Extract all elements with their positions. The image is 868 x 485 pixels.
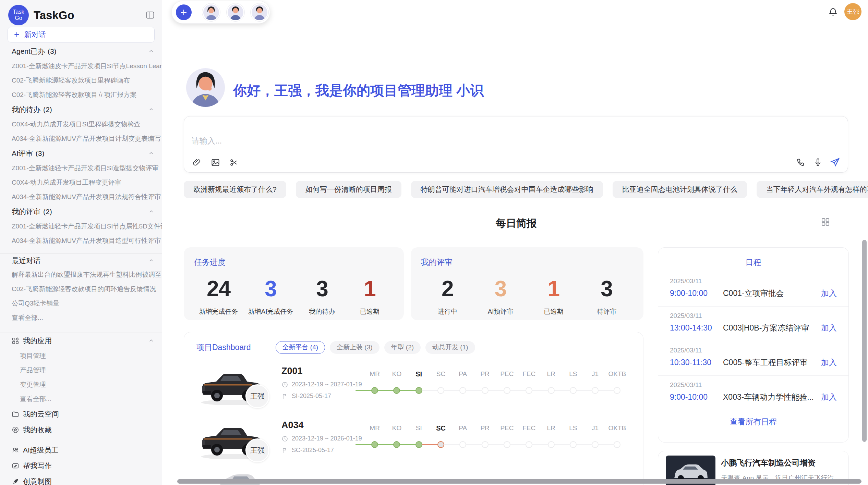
chevron-up-icon[interactable] <box>148 209 154 215</box>
app-item-product-mgmt[interactable]: 产品管理 <box>0 363 162 377</box>
sidebar-item-ai-employee[interactable]: AI超级员工 <box>0 442 162 458</box>
send-icon[interactable] <box>830 157 840 167</box>
task-item[interactable]: C02-飞腾新能源轻客改款项目里程碑画布 <box>0 73 162 88</box>
stat-label: 新增完成任务 <box>199 307 238 316</box>
image-icon[interactable] <box>210 157 220 167</box>
add-agent-button[interactable] <box>176 4 192 20</box>
agent-avatar[interactable] <box>251 3 268 21</box>
microphone-icon[interactable] <box>813 157 823 167</box>
filter-powertrain[interactable]: 动总开发 (1) <box>425 341 475 354</box>
event-time: 10:30-11:30 <box>670 358 723 367</box>
section-my-review[interactable]: 我的评审 (2) <box>0 204 162 219</box>
app-item-view-all[interactable]: 查看全部... <box>0 392 162 406</box>
milestone: KO <box>386 362 408 394</box>
filter-model-year[interactable]: 年型 (2) <box>384 341 421 354</box>
chevron-up-icon[interactable] <box>148 150 154 157</box>
app-item-change-mgmt[interactable]: 变更管理 <box>0 377 162 392</box>
suggestion-chip[interactable]: 当下年轻人对汽车外观有怎样的喜好趋势 <box>757 181 868 198</box>
filter-new-platform[interactable]: 全新平台 (4) <box>276 341 325 354</box>
user-avatar[interactable]: 王强 <box>844 3 861 20</box>
task-item[interactable]: Z001-全新燃油轻卡产品开发项目SI节点属性5D文件评审 <box>0 219 162 234</box>
flag-icon <box>281 393 288 400</box>
chevron-up-icon[interactable] <box>148 107 154 113</box>
suggestion-chip[interactable]: 欧洲新规最近颁布了什么? <box>184 181 286 198</box>
join-button[interactable]: 加入 <box>821 288 837 299</box>
section-my-todo[interactable]: 我的待办 (2) <box>0 102 162 117</box>
suggestion-chip[interactable]: 比亚迪全固态电池计划具体说了什么 <box>613 181 747 198</box>
dashboard-filters: 全新平台 (4) 全新上装 (3) 年型 (2) 动总开发 (1) <box>276 341 475 354</box>
app-item-project-mgmt[interactable]: 项目管理 <box>0 349 162 363</box>
milestone: FEC <box>518 362 540 394</box>
milestone: LS <box>562 362 584 394</box>
recent-chat-item[interactable]: C02-飞腾新能源轻客改款项目的闭环通告反馈情况 <box>0 282 162 296</box>
horizontal-scrollbar[interactable] <box>177 479 861 484</box>
chevron-up-icon[interactable] <box>148 48 154 54</box>
stat-label: AI预评审 <box>488 307 514 316</box>
join-button[interactable]: 加入 <box>821 323 837 333</box>
task-item[interactable]: A034-全新新能源MUV产品开发项目法规符合性评审 <box>0 190 162 204</box>
agent-avatar[interactable] <box>202 3 220 21</box>
milestone: PEC <box>496 416 518 448</box>
stat-value: 24 <box>207 278 230 300</box>
notification-bell-icon[interactable] <box>827 6 839 18</box>
recent-chats-header[interactable]: 最近对话 <box>0 254 162 268</box>
sidebar-item-help-write[interactable]: 帮我写作 <box>0 458 162 474</box>
task-item[interactable]: C0X4-动力总成开发项目SI里程碑提交物检查 <box>0 117 162 132</box>
view-all-schedule-link[interactable]: 查看所有日程 <box>658 410 848 433</box>
chevron-up-icon[interactable] <box>148 258 154 264</box>
flag-label: SI-2025-05-17 <box>292 393 331 400</box>
event-time: 9:00-10:00 <box>670 393 723 402</box>
task-item[interactable]: A034-全新新能源MUV产品开发项目计划变更表编写 <box>0 132 162 146</box>
event-date: 2025/03/11 <box>670 347 837 354</box>
stat-value: 3 <box>316 278 328 300</box>
task-item[interactable]: Z001-全新燃油轻卡产品开发项目SI造型提交物评审 <box>0 161 162 175</box>
date-range: 2023-12-19 ~ 2026-01-19 <box>292 435 362 442</box>
sidebar-item-creative-draw[interactable]: 创意制图 <box>0 474 162 485</box>
milestone-dot <box>570 441 577 448</box>
milestone: SC <box>430 416 452 448</box>
milestone: MR <box>364 416 386 448</box>
vertical-scrollbar[interactable] <box>862 240 867 442</box>
join-button[interactable]: 加入 <box>821 392 837 402</box>
stat-pending-review: 3 待评审 <box>588 278 626 316</box>
attachment-icon[interactable] <box>192 157 202 167</box>
event-name: C001-立项审批会 <box>723 288 821 299</box>
recent-chat-item[interactable]: 解释最新出台的欧盟报废车法规再生塑料比例被调至15%... <box>0 268 162 282</box>
project-dates: 2023-12-19 ~ 2026-01-19 <box>281 435 362 442</box>
project-row[interactable]: 王强 A034 2023-12-19 ~ 2026-01-19 SC-2025-… <box>184 416 643 471</box>
section-ai-review[interactable]: AI评审 (3) <box>0 146 162 161</box>
recent-chat-item[interactable]: 公司Q3轻卡销量 <box>0 296 162 311</box>
task-item[interactable]: Z001-全新燃油皮卡产品开发项目SI节点Lesson Learn报告 <box>0 59 162 73</box>
milestone-dot <box>548 441 555 448</box>
event-time: 9:00-10:00 <box>670 289 723 298</box>
sidebar-item-my-cloud[interactable]: 我的云空间 <box>0 406 162 422</box>
scissors-icon[interactable] <box>229 157 239 167</box>
section-agent-done[interactable]: Agent已办 (3) <box>0 44 162 59</box>
chevron-up-icon[interactable] <box>148 338 154 344</box>
join-button[interactable]: 加入 <box>821 357 837 368</box>
task-item[interactable]: A034-全新新能源MUV产品开发项目造型可行性评审 <box>0 234 162 248</box>
task-item[interactable]: C0X4-动力总成开发项目工程变更评审 <box>0 175 162 190</box>
stat-overdue: 1 已逾期 <box>351 278 388 316</box>
task-item[interactable]: C02-飞腾新能源轻客改款项目立项汇报方案 <box>0 88 162 102</box>
section-count: (2) <box>43 105 52 114</box>
agent-avatar[interactable] <box>227 3 244 21</box>
new-chat-button[interactable]: 新对话 <box>8 27 155 42</box>
suggestion-chip[interactable]: 特朗普可能对进口汽车增税会对中国车企造成哪些影响 <box>411 181 603 198</box>
filter-new-body[interactable]: 全新上装 (3) <box>330 341 379 354</box>
layout-grid-icon[interactable] <box>821 217 830 227</box>
sidebar-collapse-icon[interactable] <box>145 10 156 21</box>
sidebar-item-my-apps[interactable]: 我的应用 <box>0 333 162 349</box>
phone-icon[interactable] <box>796 157 806 167</box>
recent-chat-view-all[interactable]: 查看全部... <box>0 311 162 325</box>
milestone-track: MR KO SI SC PA PR PEC FEC LR LS J1 OKTB <box>355 416 630 471</box>
milestone-label-current: SI <box>415 369 422 379</box>
sidebar-item-my-favorites[interactable]: 我的收藏 <box>0 422 162 438</box>
chat-input[interactable] <box>192 136 740 146</box>
suggestion-chip[interactable]: 如何写一份清晰的项目周报 <box>296 181 401 198</box>
stat-new-ai-done: 3 新增AI完成任务 <box>248 278 293 316</box>
help-write-label: 帮我写作 <box>23 461 52 471</box>
project-row[interactable]: 王强 Z001 2023-12-19 ~ 2027-01-19 SI-2025-… <box>184 362 643 416</box>
milestone-label: PEC <box>500 423 514 433</box>
stat-label: 待评审 <box>597 307 616 316</box>
